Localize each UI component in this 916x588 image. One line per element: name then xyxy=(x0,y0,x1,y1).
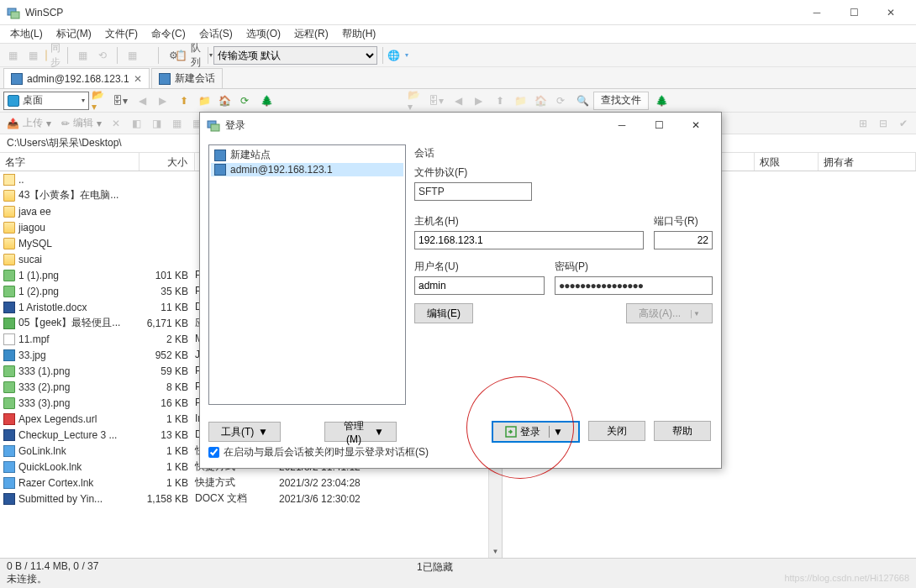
tab-label: admin@192.168.123.1 xyxy=(27,73,129,85)
dlg-close-button[interactable]: ✕ xyxy=(677,113,714,138)
app-icon xyxy=(7,6,20,19)
sync-button: 同步 xyxy=(44,46,62,65)
password-input[interactable]: ●●●●●●●●●●●●●●●● xyxy=(555,276,713,295)
queue-button[interactable]: 📋队列▾ xyxy=(184,46,203,65)
tab-close-icon[interactable]: ✕ xyxy=(134,73,142,85)
tools-button[interactable]: 工具(T)▼ xyxy=(208,422,281,442)
nav-tree2-icon[interactable]: 🌲 xyxy=(652,92,671,110)
protocol-label: 文件协议(F) xyxy=(414,165,713,180)
close-login-button[interactable]: 关闭 xyxy=(588,421,645,441)
nav-back-icon: ◀ xyxy=(133,92,151,110)
close-button[interactable]: ✕ xyxy=(872,0,909,25)
manage-button[interactable]: 管理(M)▼ xyxy=(324,422,397,442)
nav-filter-icon[interactable]: 🗄▾ xyxy=(111,92,129,110)
edit-site-button[interactable]: 编辑(E) xyxy=(414,303,473,323)
dlg-minimize-button[interactable]: ─ xyxy=(603,113,640,138)
eb-r3: ✔ xyxy=(894,114,913,133)
nav-r6: 📁 xyxy=(511,92,529,110)
file-icon xyxy=(3,270,15,281)
login-button[interactable]: 登录▼ xyxy=(492,421,580,443)
col-name[interactable]: 名字 xyxy=(0,153,140,171)
new-session-icon xyxy=(159,73,171,85)
menubar: 本地(L)标记(M)文件(F)命令(C)会话(S)选项(O)远程(R)帮助(H) xyxy=(0,25,916,44)
file-icon xyxy=(3,254,15,265)
nav-home-icon[interactable]: 🏠 xyxy=(215,92,234,110)
minimize-button[interactable]: ─ xyxy=(798,0,835,25)
host-input[interactable] xyxy=(414,231,644,249)
file-icon xyxy=(3,365,15,377)
col-size[interactable]: 大小 xyxy=(140,153,195,171)
port-label: 端口号(R) xyxy=(654,214,713,228)
file-icon xyxy=(3,349,15,361)
tb-icon-1: ▦ xyxy=(3,46,22,65)
file-icon xyxy=(3,190,15,202)
login-dialog-title: 登录 xyxy=(225,118,245,133)
saved-site-item[interactable]: admin@192.168.123.1 xyxy=(211,163,403,176)
advanced-button[interactable]: 高级(A)...│▼ xyxy=(626,303,713,323)
tb-globe-icon[interactable]: 🌐▾ xyxy=(388,46,407,65)
protocol-select[interactable]: SFTP xyxy=(414,182,532,201)
nav-tree-icon[interactable]: 🌲 xyxy=(257,92,276,110)
nav-open-icon[interactable]: 📂▾ xyxy=(91,92,109,110)
nav-r3: ◀ xyxy=(449,92,467,110)
connection-status: 未连接。 xyxy=(7,572,47,586)
file-icon xyxy=(3,333,15,345)
location-text: 桌面 xyxy=(23,93,43,108)
transfer-options-select[interactable]: 传输选项 默认 xyxy=(213,46,377,65)
menu-item[interactable]: 命令(C) xyxy=(145,25,192,43)
login-dialog: 登录 ─ ☐ ✕ 新建站点 admin@192.168.123.1 会话 文件协… xyxy=(199,112,722,469)
nav-refresh-icon[interactable]: ⟳ xyxy=(235,92,254,110)
menu-item[interactable]: 文件(F) xyxy=(98,25,145,43)
tab-new-session[interactable]: 新建会话 xyxy=(151,68,223,88)
edit-button: ✏ 编辑 ▾ xyxy=(58,116,105,130)
location-combo[interactable]: 桌面 ▾ xyxy=(3,92,89,110)
upload-button: 📤 上传 ▾ xyxy=(3,116,55,130)
dlg-maximize-button[interactable]: ☐ xyxy=(640,113,677,138)
new-site-item[interactable]: 新建站点 xyxy=(211,147,403,163)
tb-icon-2: ▦ xyxy=(24,46,42,65)
menu-item[interactable]: 选项(O) xyxy=(240,25,287,43)
nav-r8: ⟳ xyxy=(551,92,570,110)
session-icon xyxy=(11,73,23,85)
watermark: https://blog.csdn.net/Hi127668 xyxy=(784,573,909,583)
password-label: 密码(P) xyxy=(555,260,713,274)
tab-session-1[interactable]: admin@192.168.123.1 ✕ xyxy=(3,68,150,88)
search-icon[interactable]: 🔍 xyxy=(573,92,592,110)
session-tabs: admin@192.168.123.1 ✕ 新建会话 xyxy=(0,67,916,89)
file-icon xyxy=(3,238,15,249)
menu-item[interactable]: 帮助(H) xyxy=(335,25,383,43)
site-icon xyxy=(214,164,226,176)
session-section-label: 会话 xyxy=(414,146,713,160)
site-tree[interactable]: 新建站点 admin@192.168.123.1 xyxy=(208,144,406,405)
nav-fwd-icon: ▶ xyxy=(153,92,171,110)
find-files-button[interactable]: 查找文件 xyxy=(593,92,649,110)
file-icon xyxy=(3,429,15,441)
nav-r5: ⬆ xyxy=(491,92,509,110)
maximize-button[interactable]: ☐ xyxy=(835,0,872,25)
menu-item[interactable]: 本地(L) xyxy=(3,25,50,43)
file-icon xyxy=(3,461,15,473)
file-row[interactable]: Submitted by Yin...1,158 KBDOCX 文档2021/3… xyxy=(0,491,502,507)
eb-1: ◧ xyxy=(127,114,145,133)
nav-parent-icon[interactable]: 📁 xyxy=(195,92,213,110)
scroll-down-icon[interactable]: ▼ xyxy=(489,544,502,558)
help-button[interactable]: 帮助 xyxy=(654,421,711,441)
nav-up-icon[interactable]: ⬆ xyxy=(175,92,193,110)
menu-item[interactable]: 远程(R) xyxy=(287,25,335,43)
host-label: 主机名(H) xyxy=(414,214,644,228)
site-icon xyxy=(214,150,226,161)
login-icon xyxy=(505,426,517,438)
col-perm[interactable]: 权限 xyxy=(755,153,819,171)
file-icon xyxy=(3,286,15,297)
show-on-startup-checkbox[interactable] xyxy=(208,447,219,458)
port-input[interactable] xyxy=(654,231,713,249)
eb-r2: ⊟ xyxy=(874,114,892,133)
username-input[interactable] xyxy=(414,276,545,295)
col-owner[interactable]: 拥有者 xyxy=(819,153,916,171)
file-icon xyxy=(3,302,15,313)
svg-rect-3 xyxy=(211,124,219,131)
file-row[interactable]: Razer Cortex.lnk1 KB快捷方式2021/3/2 23:04:2… xyxy=(0,475,502,491)
selection-status: 0 B / 11.4 MB, 0 / 37 xyxy=(7,560,98,572)
desktop-icon xyxy=(8,95,19,107)
svg-rect-1 xyxy=(11,12,19,18)
